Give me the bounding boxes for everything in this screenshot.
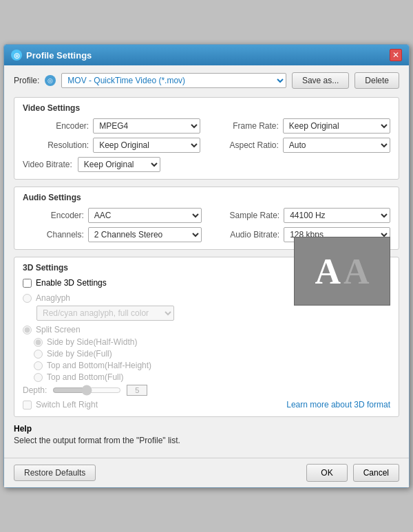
footer-right: OK Cancel (306, 464, 399, 482)
app-icon: ◎ (11, 50, 22, 61)
enable-3d-row: Enable 3D Settings (23, 278, 294, 288)
depth-slider[interactable] (52, 385, 121, 396)
switch-lr-checkbox[interactable] (23, 401, 32, 409)
switch-left-right-row: Switch Left Right (23, 400, 98, 409)
cancel-button[interactable]: Cancel (353, 464, 399, 482)
window-title: Profile Settings (26, 50, 92, 61)
profile-select[interactable]: MOV - QuickTime Video (*.mov) (61, 73, 286, 88)
delete-button[interactable]: Delete (354, 72, 399, 89)
video-bitrate-select[interactable]: Keep Original (78, 157, 160, 172)
restore-defaults-button[interactable]: Restore Defaults (14, 465, 96, 481)
profile-label: Profile: (14, 76, 39, 85)
preview-letter-1: A (315, 251, 341, 292)
anaglyph-type-select[interactable]: Red/cyan anaglyph, full color (36, 306, 174, 321)
ok-button[interactable]: OK (306, 464, 347, 482)
side-by-side-full-radio[interactable] (34, 350, 43, 359)
depth-label: Depth: (23, 385, 47, 395)
split-screen-label: Split Screen (36, 325, 81, 334)
profile-icon: ◎ (45, 75, 56, 86)
aspect-ratio-label: Aspect Ratio: (204, 140, 279, 150)
split-screen-radio[interactable] (23, 326, 32, 334)
help-title: Help (14, 424, 399, 434)
audio-settings-title: Audio Settings (23, 193, 390, 202)
resolution-label: Resolution: (23, 140, 89, 150)
audio-encoder-label: Encoder: (23, 211, 84, 220)
main-window: ◎ Profile Settings ✕ Profile: ◎ MOV - Qu… (3, 44, 410, 488)
profile-row: Profile: ◎ MOV - QuickTime Video (*.mov)… (14, 72, 399, 89)
help-section: Help Select the output format from the "… (14, 424, 399, 445)
save-as-button[interactable]: Save as... (292, 72, 349, 89)
audio-bitrate-label: Audio Bitrate: (206, 230, 280, 240)
split-screen-row: Split Screen (23, 325, 390, 334)
encoder-label: Encoder: (23, 121, 89, 131)
video-settings-section: Video Settings Encoder: MPEG4 Frame Rate… (14, 97, 399, 180)
content-area: Profile: ◎ MOV - QuickTime Video (*.mov)… (4, 65, 409, 458)
side-by-side-full-row: Side by Side(Full) (34, 349, 390, 359)
3d-preview-box: A A (294, 237, 390, 306)
frame-rate-select[interactable]: Keep Original (283, 118, 390, 134)
anaglyph-radio[interactable] (23, 294, 32, 303)
frame-rate-label: Frame Rate: (204, 121, 279, 131)
help-text: Select the output format from the "Profi… (14, 436, 399, 445)
video-settings-title: Video Settings (23, 103, 390, 113)
depth-row: Depth: (23, 385, 390, 396)
encoder-select[interactable]: MPEG4 (93, 118, 200, 134)
top-bottom-half-label: Top and Bottom(Half-Height) (47, 361, 151, 370)
anaglyph-row: Anaglyph (23, 293, 294, 303)
side-by-side-full-label: Side by Side(Full) (47, 349, 112, 359)
top-bottom-half-row: Top and Bottom(Half-Height) (34, 361, 390, 370)
side-by-side-half-radio[interactable] (34, 338, 43, 347)
channels-select[interactable]: 2 Channels Stereo (88, 227, 202, 242)
3d-settings-section: 3D Settings A A Enable 3D Settings Anagl… (14, 257, 399, 417)
close-button[interactable]: ✕ (390, 49, 402, 61)
enable-3d-checkbox[interactable] (23, 279, 32, 288)
titlebar: ◎ Profile Settings ✕ (4, 45, 409, 65)
depth-input[interactable] (127, 385, 147, 396)
preview-letters: A A (315, 251, 369, 292)
preview-letter-2: A (343, 251, 370, 292)
anaglyph-label: Anaglyph (36, 293, 70, 303)
side-by-side-half-row: Side by Side(Half-Width) (34, 337, 390, 347)
switch-lr-label: Switch Left Right (36, 400, 98, 409)
top-bottom-full-radio[interactable] (34, 373, 43, 382)
video-bitrate-label: Video Bitrate: (23, 160, 72, 169)
sample-rate-select[interactable]: 44100 Hz (284, 208, 390, 223)
switch-learn-row: Switch Left Right Learn more about 3D fo… (23, 400, 390, 409)
channels-label: Channels: (23, 230, 84, 240)
sample-rate-label: Sample Rate: (206, 211, 280, 220)
learn-more-link[interactable]: Learn more about 3D format (286, 400, 390, 409)
side-by-side-half-label: Side by Side(Half-Width) (47, 337, 137, 347)
aspect-ratio-select[interactable]: Auto (283, 138, 390, 153)
titlebar-left: ◎ Profile Settings (11, 50, 92, 61)
top-bottom-full-row: Top and Bottom(Full) (34, 372, 390, 382)
audio-encoder-select[interactable]: AAC (88, 208, 202, 223)
resolution-select[interactable]: Keep Original (93, 138, 200, 153)
top-bottom-half-radio[interactable] (34, 361, 43, 370)
top-bottom-full-label: Top and Bottom(Full) (47, 372, 123, 382)
footer: Restore Defaults OK Cancel (4, 458, 409, 487)
enable-3d-label[interactable]: Enable 3D Settings (36, 278, 107, 288)
